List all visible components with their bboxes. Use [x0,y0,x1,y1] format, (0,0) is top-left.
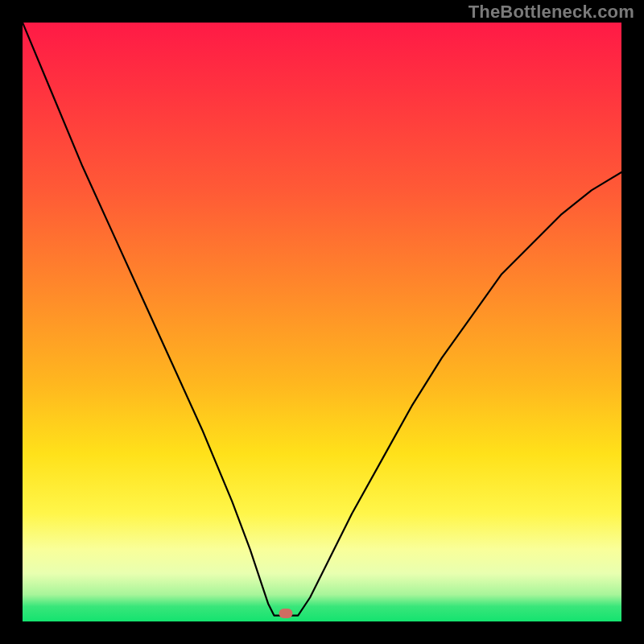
bottleneck-curve [23,23,621,621]
curve-path [23,23,621,616]
chart-frame: TheBottleneck.com [0,0,644,644]
minimum-marker [279,609,293,618]
watermark-label: TheBottleneck.com [469,2,634,23]
plot-area [23,23,621,621]
